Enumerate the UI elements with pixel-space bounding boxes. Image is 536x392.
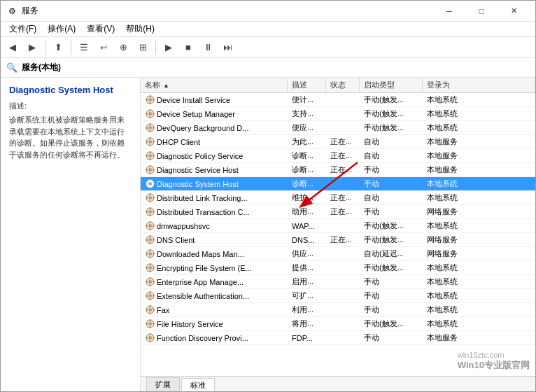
properties-button[interactable]: ⊞ bbox=[134, 39, 152, 56]
table-row[interactable]: Diagnostic Policy Service诊断...正在...自动本地服… bbox=[141, 149, 535, 163]
cell-logon: 本地系统 bbox=[423, 219, 535, 232]
minimize-button[interactable]: ─ bbox=[433, 1, 465, 22]
cell-logon: 本地服务 bbox=[423, 135, 535, 148]
cell-description: 启用... bbox=[288, 275, 326, 288]
cell-status bbox=[326, 261, 360, 274]
svg-rect-82 bbox=[146, 281, 147, 283]
menu-item-a[interactable]: 操作(A) bbox=[42, 22, 81, 36]
tab-标准[interactable]: 标准 bbox=[181, 378, 215, 391]
cell-startup: 自动 bbox=[360, 191, 423, 204]
back-button[interactable]: ◀ bbox=[3, 39, 22, 56]
maximize-button[interactable]: □ bbox=[465, 1, 498, 22]
sort-indicator: ▲ bbox=[163, 82, 169, 89]
svg-point-1 bbox=[148, 98, 152, 102]
table-row[interactable]: dmwappushsvcWAP...手动(触发...本地系统 bbox=[141, 219, 535, 233]
svg-rect-64 bbox=[146, 239, 147, 241]
title-bar: ⚙ 服务 ─ □ ✕ bbox=[1, 1, 535, 22]
table-row[interactable]: Distributed Link Tracking...维护...正在...自动… bbox=[141, 191, 535, 205]
svg-rect-47 bbox=[153, 197, 154, 199]
show-hide-console-button[interactable]: ☰ bbox=[75, 39, 93, 56]
stop-service-button[interactable]: ■ bbox=[179, 39, 197, 56]
menu-item-h[interactable]: 帮助(H) bbox=[120, 22, 160, 36]
cell-status bbox=[326, 247, 360, 260]
table-row[interactable]: Extensible Authentication...可扩...手动本地系统 bbox=[141, 289, 535, 303]
table-row[interactable]: Diagnostic System Host诊断...手动本地系统 bbox=[141, 177, 535, 191]
menu-item-v[interactable]: 查看(V) bbox=[81, 22, 120, 36]
table-row[interactable]: Encrypting File System (E...提供...手动(触发..… bbox=[141, 261, 535, 275]
left-panel: Diagnostic System Host 描述: 诊断系统主机被诊断策略服务… bbox=[1, 78, 141, 391]
col-header-startup[interactable]: 启动类型 bbox=[360, 78, 423, 92]
cell-status bbox=[326, 107, 360, 120]
forward-button[interactable]: ▶ bbox=[23, 39, 41, 56]
service-icon bbox=[145, 95, 155, 105]
service-name-text: Diagnostic Policy Service bbox=[157, 152, 244, 160]
table-row[interactable]: Device Install Service便计...手动(触发...本地系统 bbox=[141, 93, 535, 107]
cell-status bbox=[326, 177, 360, 190]
service-icon bbox=[145, 137, 155, 147]
table-row[interactable]: Function Discovery Provi...FDP...手动本地服务 bbox=[141, 331, 535, 345]
svg-rect-5 bbox=[153, 99, 154, 101]
restart-service-button[interactable]: ⏭ bbox=[218, 39, 237, 56]
table-row[interactable]: Enterprise App Manage...启用...手动本地系统 bbox=[141, 275, 535, 289]
export-button[interactable]: ⊕ bbox=[114, 39, 132, 56]
menu-bar: 文件(F)操作(A)查看(V)帮助(H) bbox=[1, 22, 535, 37]
svg-rect-81 bbox=[149, 285, 150, 286]
cell-logon: 本地系统 bbox=[423, 261, 535, 274]
cell-startup: 手动(触发... bbox=[360, 107, 423, 120]
service-name-text: Distributed Link Tracking... bbox=[157, 194, 248, 202]
cell-startup: 手动 bbox=[360, 275, 423, 288]
cell-startup: 手动(触发... bbox=[360, 219, 423, 232]
col-header-status[interactable]: 状态 bbox=[326, 78, 360, 92]
cell-logon: 网络服务 bbox=[423, 247, 535, 260]
table-header: 名称 ▲ 描述 状态 启动类型 登录为 bbox=[141, 78, 535, 93]
pause-service-button[interactable]: ⏸ bbox=[199, 39, 217, 56]
refresh-button[interactable]: ↩ bbox=[94, 39, 113, 56]
cell-status bbox=[326, 317, 360, 330]
svg-rect-38 bbox=[149, 180, 150, 181]
up-button[interactable]: ⬆ bbox=[49, 39, 67, 56]
svg-rect-107 bbox=[153, 337, 154, 339]
cell-service-name: Extensible Authentication... bbox=[141, 289, 288, 302]
table-row[interactable]: Fax利用...手动本地系统 bbox=[141, 303, 535, 317]
svg-rect-40 bbox=[146, 183, 147, 185]
svg-rect-59 bbox=[153, 225, 154, 227]
table-row[interactable]: DHCP Client为此...正在...自动本地服务 bbox=[141, 135, 535, 149]
table-row[interactable]: Downloaded Maps Man...供应...自动(延迟...网络服务 bbox=[141, 247, 535, 261]
table-row[interactable]: DNS ClientDNS...正在...手动(触发...网络服务 bbox=[141, 233, 535, 247]
desc-label: 描述: bbox=[9, 101, 132, 111]
cell-logon: 网络服务 bbox=[423, 205, 535, 218]
service-name-text: Enterprise App Manage... bbox=[157, 278, 244, 286]
table-row[interactable]: Distributed Transaction C...助用...正在...手动… bbox=[141, 205, 535, 219]
svg-rect-101 bbox=[153, 323, 154, 325]
service-icon bbox=[145, 123, 155, 133]
table-row[interactable]: Device Setup Manager支持...手动(触发...本地系统 bbox=[141, 107, 535, 121]
title-bar-left: ⚙ 服务 bbox=[6, 5, 38, 17]
menu-item-f[interactable]: 文件(F) bbox=[3, 22, 42, 36]
svg-rect-93 bbox=[149, 313, 150, 314]
col-header-desc[interactable]: 描述 bbox=[288, 78, 326, 92]
svg-point-67 bbox=[148, 252, 152, 255]
close-button[interactable]: ✕ bbox=[498, 1, 530, 22]
table-row[interactable]: Diagnostic Service Host诊断...正在...手动本地服务 bbox=[141, 163, 535, 177]
svg-rect-3 bbox=[149, 103, 150, 104]
service-description: 诊断系统主机被诊断策略服务用来承载需要在本地系统上下文中运行的诊断。如果停止该服… bbox=[9, 114, 132, 160]
cell-description: 诊断... bbox=[288, 163, 326, 176]
table-row[interactable]: File History Service将用...手动(触发...本地系统 bbox=[141, 317, 535, 331]
start-service-button[interactable]: ▶ bbox=[160, 39, 178, 56]
address-text: 服务(本地) bbox=[22, 62, 61, 74]
cell-description: 支持... bbox=[288, 107, 326, 120]
svg-rect-45 bbox=[149, 201, 150, 202]
cell-status bbox=[326, 289, 360, 302]
cell-description: DNS... bbox=[288, 233, 326, 246]
svg-rect-92 bbox=[149, 306, 150, 307]
svg-rect-16 bbox=[146, 127, 147, 129]
svg-rect-39 bbox=[149, 187, 150, 188]
service-name-text: Device Setup Manager bbox=[157, 110, 235, 118]
cell-service-name: Diagnostic Service Host bbox=[141, 163, 288, 176]
svg-rect-29 bbox=[153, 155, 154, 157]
col-header-name[interactable]: 名称 ▲ bbox=[141, 78, 288, 92]
svg-rect-70 bbox=[146, 253, 147, 255]
tab-扩展[interactable]: 扩展 bbox=[146, 377, 180, 391]
col-header-logon[interactable]: 登录为 bbox=[423, 78, 535, 92]
table-row[interactable]: DevQuery Background D...便应...手动(触发...本地系… bbox=[141, 121, 535, 135]
